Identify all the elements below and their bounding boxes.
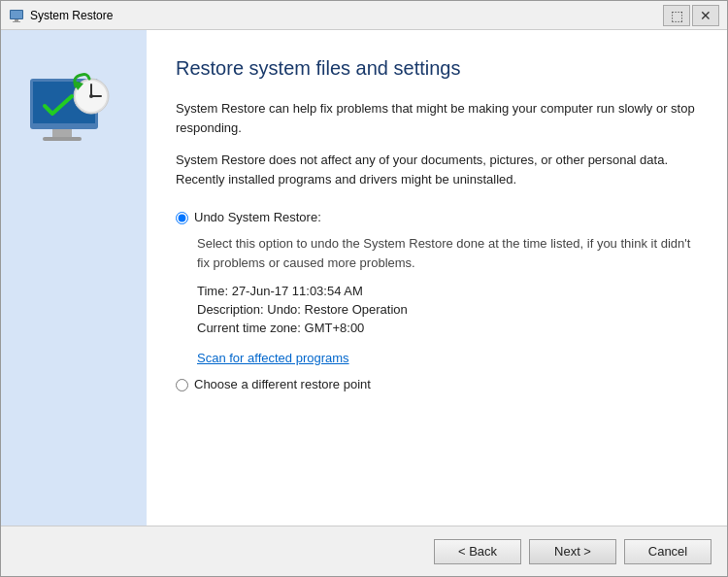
restore-tz-line: Current time zone: GMT+8:00	[197, 321, 698, 335]
back-button[interactable]: < Back	[434, 539, 521, 564]
restore-time-val: 27-Jun-17 11:03:54 AM	[232, 284, 363, 298]
svg-rect-3	[13, 21, 20, 22]
title-bar: System Restore ⬚ ✕	[1, 1, 727, 30]
description-text-2: System Restore does not affect any of yo…	[176, 151, 698, 188]
undo-restore-label: Undo System Restore:	[194, 210, 321, 224]
choose-restore-radio[interactable]	[176, 379, 188, 391]
option-section: Undo System Restore: Select this option …	[176, 210, 698, 401]
svg-rect-2	[15, 19, 18, 21]
right-panel: Restore system files and settings System…	[147, 30, 727, 526]
undo-sub-text: Select this option to undo the System Re…	[197, 234, 698, 272]
window-controls: ⬚ ✕	[663, 5, 719, 26]
choose-restore-label: Choose a different restore point	[194, 377, 371, 391]
cancel-button[interactable]: Cancel	[624, 539, 711, 564]
restore-tz-label: Current time zone:	[197, 321, 301, 335]
undo-restore-radio[interactable]	[176, 212, 188, 224]
undo-restore-option[interactable]: Undo System Restore:	[176, 210, 698, 224]
footer: < Back Next > Cancel	[1, 526, 727, 576]
left-panel	[1, 30, 147, 526]
restore-time-line: Time: 27-Jun-17 11:03:54 AM	[197, 284, 698, 298]
content-area: Restore system files and settings System…	[1, 30, 727, 526]
svg-rect-7	[52, 129, 72, 137]
next-button[interactable]: Next >	[529, 539, 616, 564]
restore-desc-label: Description:	[197, 302, 264, 317]
scan-link[interactable]: Scan for affected programs	[197, 351, 349, 365]
page-title: Restore system files and settings	[176, 57, 698, 80]
restore-button[interactable]: ⬚	[663, 5, 690, 26]
svg-rect-1	[11, 11, 22, 18]
restore-desc-value: Undo: Restore Operation	[267, 302, 408, 317]
wizard-icon	[25, 59, 122, 156]
choose-restore-option[interactable]: Choose a different restore point	[176, 377, 698, 391]
restore-tz-value: GMT+8:00	[305, 321, 365, 335]
window-title: System Restore	[30, 9, 663, 22]
close-button[interactable]: ✕	[692, 5, 719, 26]
restore-desc-line: Description: Undo: Restore Operation	[197, 302, 698, 317]
restore-details: Time: 27-Jun-17 11:03:54 AM Description:…	[197, 284, 698, 335]
svg-point-13	[89, 94, 93, 98]
window-icon	[9, 8, 24, 23]
svg-rect-8	[43, 137, 82, 141]
description-text-1: System Restore can help fix problems tha…	[176, 99, 698, 137]
restore-time-label: Time:	[197, 284, 228, 298]
system-restore-window: System Restore ⬚ ✕	[0, 0, 728, 577]
undo-restore-sub-content: Select this option to undo the System Re…	[197, 234, 698, 377]
